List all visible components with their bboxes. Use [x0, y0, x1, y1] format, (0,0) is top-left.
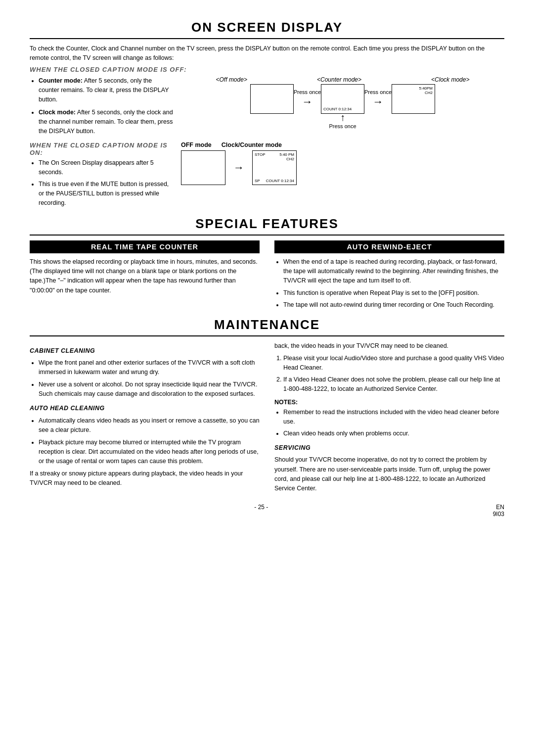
auto-rewind-bullet-1: When the end of a tape is reached during… — [283, 257, 504, 286]
counter-mode-label: <Counter mode> — [317, 76, 361, 83]
on-bullet-2: This is true even if the MUTE button is … — [39, 180, 173, 208]
page-footer: - 25 - EN 9I03 — [30, 504, 504, 518]
real-time-body: This shows the elapsed recording or play… — [30, 257, 260, 296]
press-once-2-label: Press once — [364, 89, 392, 95]
real-time-col: REAL TIME TAPE COUNTER This shows the el… — [30, 240, 260, 310]
clock-mode-bullet: Clock mode: After 5 seconds, only the cl… — [39, 108, 173, 137]
maint-left-col: CABINET CLEANING Wipe the front panel an… — [30, 341, 260, 494]
cabinet-cleaning-heading: CABINET CLEANING — [30, 346, 260, 356]
auto-head-bullet-2: Playback picture may become blurred or i… — [39, 438, 260, 467]
off-mode-text: OFF mode — [181, 142, 212, 148]
arrow-right-3: → — [233, 161, 244, 174]
cc-top-left: STOP — [255, 152, 266, 161]
off-clock-diagram: → STOP 5:40 PM CH2 SP COUNT 0:12:34 — [181, 150, 504, 185]
arrow-right-1: → — [302, 95, 312, 108]
osd-bullet-list: Counter mode: After 5 seconds, only the … — [30, 76, 173, 137]
note-2: Clean video heads only when problems occ… — [283, 429, 504, 438]
note-1: Remember to read the instructions includ… — [283, 408, 504, 427]
maintenance-title: MAINTENANCE — [30, 317, 504, 336]
caption-on-right: OFF mode Clock/Counter mode → STOP 5:40 … — [181, 142, 504, 208]
auto-head-heading: AUTO HEAD CLEANING — [30, 404, 260, 413]
maintenance-grid: CABINET CLEANING Wipe the front panel an… — [30, 341, 504, 494]
auto-head-followup: If a streaky or snowy picture appears du… — [30, 469, 260, 488]
clock-counter-box: STOP 5:40 PM CH2 SP COUNT 0:12:34 — [252, 150, 297, 185]
osd-title: ON SCREEN DISPLAY — [30, 20, 504, 39]
right-col-continued: back, the video heads in your TV/VCR may… — [274, 341, 504, 351]
caption-on-left: WHEN THE CLOSED CAPTION MODE IS ON: The … — [30, 142, 173, 208]
footer-code: 9I03 — [493, 511, 504, 518]
auto-rewind-col: AUTO REWIND-EJECT When the end of a tape… — [274, 240, 504, 310]
footer-lang: EN — [496, 504, 504, 511]
cabinet-bullet-2: Never use a solvent or alcohol. Do not s… — [39, 380, 260, 399]
counter-mode-box: COUNT 0:12:34 — [321, 84, 364, 114]
cc-bottom-left: SP — [255, 179, 260, 183]
auto-rewind-bullet-3: The tape will not auto-rewind during tim… — [283, 300, 504, 310]
right-item-2: If a Video Head Cleaner does not solve t… — [283, 375, 504, 394]
press-once-2-block: Press once → — [364, 89, 392, 108]
off-mode-box — [250, 84, 294, 114]
clock-counter-mode-text: Clock/Counter mode — [222, 142, 282, 148]
footer-lang-code: EN 9I03 — [493, 504, 504, 518]
special-features-title: SPECIAL FEATURES — [30, 216, 504, 236]
press-once-1-block: Press once → — [294, 89, 321, 108]
clock-mode-label: <Clock mode> — [431, 76, 469, 83]
auto-rewind-header: AUTO REWIND-EJECT — [274, 240, 504, 253]
osd-layout: Counter mode: After 5 seconds, only the … — [30, 76, 504, 137]
off-mode-label: <Off mode> — [216, 76, 247, 83]
caption-on-section: WHEN THE CLOSED CAPTION MODE IS ON: The … — [30, 142, 504, 208]
auto-head-bullet-1: Automatically cleans video heads as you … — [39, 416, 260, 435]
special-features-grid: REAL TIME TAPE COUNTER This shows the el… — [30, 240, 504, 310]
cc-top-right: 5:40 PM CH2 — [279, 152, 294, 161]
right-item-1: Please visit your local Audio/Video stor… — [283, 354, 504, 373]
clock-mode-box: 5:40PM CH2 — [392, 84, 435, 114]
counter-mode-bullet: Counter mode: After 5 seconds, only the … — [39, 76, 173, 105]
cabinet-bullet-1: Wipe the front panel and other exterior … — [39, 358, 260, 378]
caption-off-heading: WHEN THE CLOSED CAPTION MODE IS OFF: — [30, 66, 504, 73]
clock-display: 5:40PM CH2 — [419, 86, 433, 95]
caption-on-heading: WHEN THE CLOSED CAPTION MODE IS ON: — [30, 142, 173, 156]
cc-bottom-right: COUNT 0:12:34 — [266, 179, 294, 183]
auto-rewind-bullet-2: This function is operative when Repeat P… — [283, 288, 504, 298]
arrow-right-2: → — [373, 95, 384, 108]
page-number: - 25 - — [30, 504, 493, 518]
notes-label: NOTES: — [274, 398, 504, 407]
osd-intro: To check the Counter, Clock and Channel … — [30, 44, 504, 63]
press-once-3-label: Press once — [329, 123, 356, 129]
servicing-body: Should your TV/VCR become inoperative, d… — [274, 455, 504, 494]
maint-right-col: back, the video heads in your TV/VCR may… — [274, 341, 504, 494]
real-time-header: REAL TIME TAPE COUNTER — [30, 240, 260, 253]
counter-display: COUNT 0:12:34 — [323, 107, 352, 111]
off-box — [181, 150, 225, 185]
press-once-1-label: Press once — [294, 89, 321, 95]
on-bullet-1: The On Screen Display disappears after 5… — [39, 158, 173, 178]
servicing-heading: SERVICING — [274, 443, 504, 453]
osd-diagram: <Off mode> <Counter mode> <Clock mode> P… — [181, 76, 504, 137]
